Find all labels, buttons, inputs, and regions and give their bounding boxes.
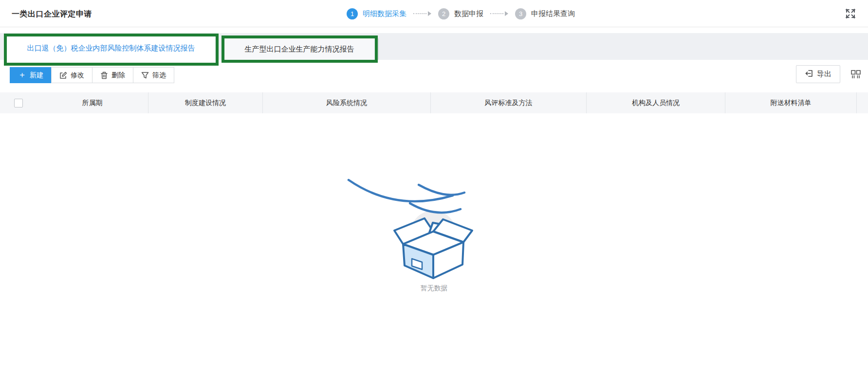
export-icon	[805, 69, 813, 79]
empty-state-text: 暂无数据	[0, 284, 868, 293]
column-settings-icon[interactable]	[850, 68, 862, 81]
table-header-row: 所属期 制度建设情况 风险系统情况 风评标准及方法 机构及人员情况 附送材料清单	[0, 92, 868, 113]
filter-button-label: 筛选	[152, 71, 166, 80]
step-2-data-declaration[interactable]: 2 数据申报	[438, 8, 483, 19]
plus-icon: ＋	[18, 71, 26, 79]
tab-production-capacity-report[interactable]: 生产型出口企业生产能力情况报告	[225, 38, 374, 60]
export-button[interactable]: 导出	[796, 65, 840, 83]
step-1-detail-collection[interactable]: 1 明细数据采集	[347, 8, 406, 19]
step-1-label: 明细数据采集	[363, 9, 406, 18]
column-header-risk-standards[interactable]: 风评标准及方法	[431, 92, 587, 113]
tab-divider	[378, 38, 379, 60]
stepper: 1 明细数据采集 2 数据申报 3 申报结果查询	[347, 0, 575, 27]
column-header-period[interactable]: 所属期	[37, 92, 148, 113]
fullscreen-icon[interactable]	[844, 7, 857, 20]
export-button-label: 导出	[817, 70, 831, 79]
toolbar-left-group: ＋ 新建 修改 删除	[10, 67, 174, 83]
delete-button[interactable]: 删除	[92, 67, 133, 83]
top-header: 一类出口企业评定申请 1 明细数据采集 2 数据申报 3 申报结果查询	[0, 0, 868, 27]
step-connector-icon	[490, 11, 508, 16]
step-2-number: 2	[438, 8, 449, 19]
step-3-label: 申报结果查询	[531, 9, 575, 18]
step-2-label: 数据申报	[454, 9, 483, 18]
new-button-label: 新建	[30, 71, 43, 80]
table-header-filler	[857, 92, 868, 113]
column-header-attached-materials[interactable]: 附送材料清单	[725, 92, 857, 113]
tab-risk-control-report[interactable]: 出口退（免）税企业内部风险控制体系建设情况报告	[7, 36, 215, 60]
new-button[interactable]: ＋ 新建	[10, 67, 52, 83]
step-connector-icon	[413, 11, 431, 16]
table-header-checkbox-cell	[0, 92, 37, 113]
column-header-org-personnel[interactable]: 机构及人员情况	[587, 92, 725, 113]
trash-icon	[100, 71, 108, 79]
app-window: 一类出口企业评定申请 1 明细数据采集 2 数据申报 3 申报结果查询	[0, 0, 868, 390]
step-1-number: 1	[347, 8, 358, 19]
edit-button[interactable]: 修改	[51, 67, 92, 83]
page-title: 一类出口企业评定申请	[12, 9, 92, 19]
edit-button-label: 修改	[71, 71, 84, 80]
select-all-checkbox[interactable]	[14, 99, 23, 107]
column-header-risk-system[interactable]: 风险系统情况	[263, 92, 431, 113]
delete-button-label: 删除	[111, 71, 125, 80]
toolbar-right-group: 导出	[796, 65, 868, 83]
edit-icon	[59, 71, 67, 79]
filter-button[interactable]: 筛选	[133, 67, 174, 83]
step-3-result-query[interactable]: 3 申报结果查询	[515, 8, 575, 19]
funnel-icon	[141, 71, 149, 79]
toolbar: ＋ 新建 修改 删除	[0, 67, 868, 84]
empty-box-illustration	[341, 171, 526, 285]
column-header-system-construction[interactable]: 制度建设情况	[148, 92, 263, 113]
step-3-number: 3	[515, 8, 526, 19]
